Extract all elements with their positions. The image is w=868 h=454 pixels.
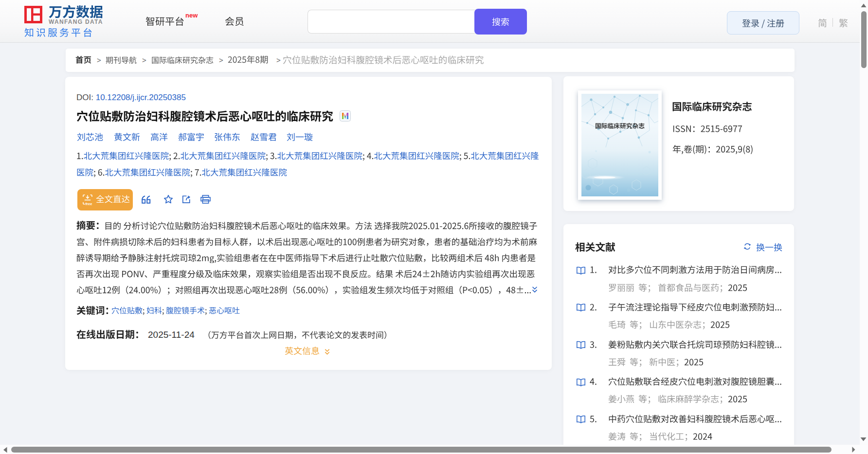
svg-text:free: free (86, 201, 92, 205)
